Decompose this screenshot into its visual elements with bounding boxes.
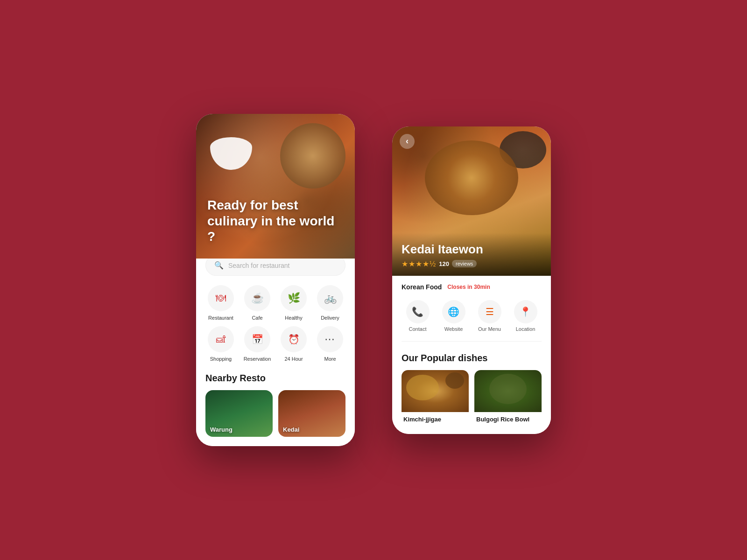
globe-icon: 🌐 [448, 306, 459, 317]
sofa-icon: 🛋 [216, 334, 226, 345]
website-label: Website [444, 326, 463, 332]
nearby-grid: Warung Kedai [205, 390, 345, 437]
search-icon: 🔍 [214, 261, 224, 270]
location-label: Location [516, 326, 536, 332]
restaurant-name: Kedai Itaewon [402, 242, 542, 257]
cuisine-type: Korean Food [402, 283, 442, 291]
food-bowl-main-decoration [425, 140, 518, 215]
leaf-icon: 🌿 [288, 292, 300, 304]
bike-icon: 🚲 [324, 292, 337, 304]
bulgogi-dish-name: Bulgogi Rice Bowl [474, 412, 542, 425]
dishes-grid: Kimchi-jjigae Bulgogi Rice Bowl [402, 370, 542, 425]
category-cafe[interactable]: ☕ Cafe [242, 285, 273, 321]
delivery-label: Delivery [321, 315, 339, 321]
closing-status: Closes in 30min [447, 284, 490, 290]
category-grid: 🍽 Restaurant ☕ Cafe 🌿 Healthy 🚲 [205, 285, 345, 362]
menu-lines-icon: ☰ [486, 306, 494, 317]
contact-label: Contact [409, 326, 427, 332]
nearby-card-warung[interactable]: Warung [205, 390, 273, 437]
healthy-label: Healthy [285, 315, 302, 321]
location-icon-wrap: 📍 [514, 300, 537, 323]
popular-dishes-title: Our Popular dishes [402, 353, 542, 364]
website-icon-wrap: 🌐 [442, 300, 465, 323]
action-buttons-grid: 📞 Contact 🌐 Website ☰ Our Menu 📍 [402, 300, 542, 342]
back-button[interactable]: ‹ [400, 134, 415, 149]
kedai-label: Kedai [283, 426, 299, 433]
calendar-icon: 📅 [252, 334, 263, 345]
category-delivery[interactable]: 🚲 Delivery [315, 285, 345, 321]
cafe-label: Cafe [252, 315, 262, 321]
reservation-icon-wrap: 📅 [244, 326, 270, 352]
24hour-label: 24 Hour [284, 356, 303, 362]
hero-bowl-decoration [210, 137, 252, 170]
shopping-icon-wrap: 🛋 [208, 326, 234, 352]
menu-icon-wrap: ☰ [478, 300, 501, 323]
category-shopping[interactable]: 🛋 Shopping [205, 326, 236, 362]
warung-label: Warung [210, 426, 233, 433]
contact-icon-wrap: 📞 [406, 300, 430, 323]
right-phone-body: Korean Food Closes in 30min 📞 Contact 🌐 … [392, 276, 551, 434]
hero-text-block: Ready for best culinary in the world ? [207, 197, 344, 245]
kimchi-dish-image [402, 370, 469, 412]
shopping-label: Shopping [210, 356, 232, 362]
reservation-label: Reservation [244, 356, 271, 362]
restaurant-icon-wrap: 🍽 [208, 285, 234, 311]
location-pin-icon: 📍 [520, 306, 531, 317]
location-button[interactable]: 📍 Location [509, 300, 542, 332]
kimchi-dish-name: Kimchi-jjigae [402, 412, 469, 425]
category-healthy[interactable]: 🌿 Healthy [278, 285, 309, 321]
category-restaurant[interactable]: 🍽 Restaurant [205, 285, 236, 321]
clock-icon: ⏰ [288, 334, 300, 345]
restaurant-hero-image: ‹ Kedai Itaewon ★★★★½ 120 reviews [392, 126, 551, 276]
dish-card-bulgogi[interactable]: Bulgogi Rice Bowl [474, 370, 542, 425]
coffee-icon: ☕ [251, 292, 264, 304]
more-icon-wrap: ⋯ [317, 326, 343, 352]
phone-icon: 📞 [412, 306, 423, 317]
more-dots-icon: ⋯ [324, 333, 336, 345]
nearby-card-kedai[interactable]: Kedai [278, 390, 345, 437]
right-phone: ‹ Kedai Itaewon ★★★★½ 120 reviews Korean… [392, 126, 551, 434]
contact-button[interactable]: 📞 Contact [402, 300, 434, 332]
nearby-title: Nearby Resto [205, 373, 345, 384]
reviews-badge: reviews [452, 260, 477, 267]
hero-food-decoration [280, 123, 345, 189]
rating-row: ★★★★½ 120 reviews [402, 259, 542, 268]
menu-button[interactable]: ☰ Our Menu [473, 300, 506, 332]
category-more[interactable]: ⋯ More [315, 326, 345, 362]
hero-image: Ready for best culinary in the world ? [196, 114, 355, 259]
restaurant-name-overlay: Kedai Itaewon ★★★★½ 120 reviews [392, 233, 551, 276]
bulgogi-dish-image [474, 370, 542, 412]
more-label: More [324, 356, 336, 362]
category-reservation[interactable]: 📅 Reservation [242, 326, 273, 362]
cuisine-row: Korean Food Closes in 30min [402, 283, 542, 291]
star-icons: ★★★★½ [402, 259, 436, 268]
search-placeholder-text: Search for restaurant [228, 262, 290, 269]
dish-card-kimchi[interactable]: Kimchi-jjigae [402, 370, 469, 425]
menu-label: Our Menu [478, 326, 501, 332]
left-phone-body: 🔍 Search for restaurant 🍽 Restaurant ☕ C… [196, 247, 355, 446]
cutlery-icon: 🍽 [216, 292, 226, 304]
cafe-icon-wrap: ☕ [244, 285, 270, 311]
healthy-icon-wrap: 🌿 [281, 285, 307, 311]
website-button[interactable]: 🌐 Website [437, 300, 470, 332]
review-count: 120 [439, 260, 449, 267]
back-arrow-icon: ‹ [406, 136, 409, 146]
category-24hour[interactable]: ⏰ 24 Hour [278, 326, 309, 362]
24hour-icon-wrap: ⏰ [281, 326, 307, 352]
delivery-icon-wrap: 🚲 [317, 285, 343, 311]
restaurant-label: Restaurant [208, 315, 233, 321]
hero-title: Ready for best culinary in the world ? [207, 197, 344, 245]
left-phone: Ready for best culinary in the world ? 🔍… [196, 114, 355, 446]
